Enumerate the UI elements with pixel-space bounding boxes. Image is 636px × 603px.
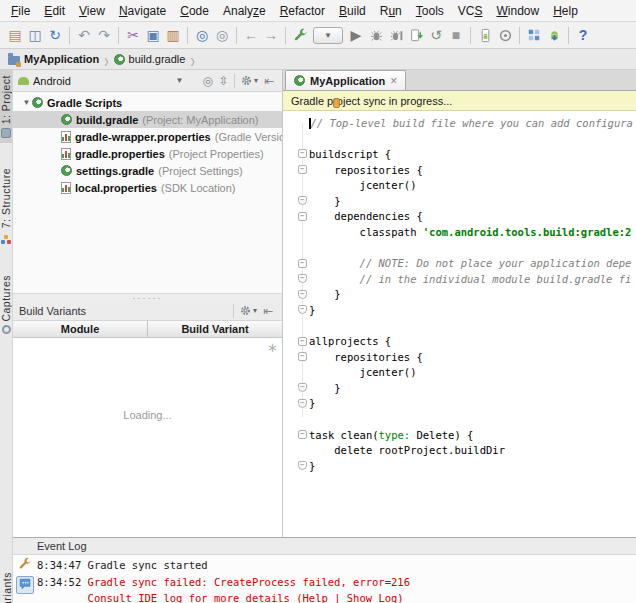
rerun-button[interactable]: ↺ <box>426 24 446 46</box>
fold-marker-icon[interactable]: − <box>298 352 307 361</box>
code-line-9[interactable] <box>283 240 636 256</box>
code-line-22[interactable]: delete rootProject.buildDir <box>283 442 636 458</box>
code-line-19[interactable]: −} <box>283 396 636 412</box>
forward-button[interactable]: → <box>261 24 281 46</box>
code-line-6[interactable]: − } <box>283 193 636 209</box>
expander-icon[interactable]: ▼ <box>21 98 32 107</box>
cut-button[interactable]: ✂ <box>123 24 143 46</box>
code-line-12[interactable]: − } <box>283 287 636 303</box>
back-button[interactable]: ← <box>241 24 261 46</box>
fold-marker-icon[interactable]: − <box>298 165 307 174</box>
event-log-toggle-button[interactable] <box>16 576 34 594</box>
code-line-2[interactable] <box>283 131 636 147</box>
code-editor[interactable]: // Top-level build file where you can ad… <box>283 111 636 537</box>
code-line-18[interactable]: − } <box>283 380 636 396</box>
code-line-13[interactable]: −} <box>283 302 636 318</box>
stop-button[interactable]: ■ <box>446 24 466 46</box>
code-line-20[interactable] <box>283 411 636 427</box>
menu-vcs[interactable]: VCS <box>451 1 490 21</box>
fold-marker-icon[interactable]: − <box>298 259 307 268</box>
tree-item-local-properties[interactable]: local.properties(SDK Location) <box>13 179 282 196</box>
fold-marker-icon[interactable]: − <box>298 337 307 346</box>
menu-navigate[interactable]: Navigate <box>112 1 173 21</box>
find-in-path-button[interactable]: ◎ <box>212 24 232 46</box>
tree-item-settings-gradle[interactable]: settings.gradle(Project Settings) <box>13 162 282 179</box>
tool-stripe-button-captures[interactable]: Captures <box>0 270 12 340</box>
menu-help[interactable]: Help <box>546 1 585 21</box>
code-line-16[interactable]: − repositories { <box>283 349 636 365</box>
breadcrumb-item-build.gradle[interactable]: build.gradle <box>114 53 186 65</box>
code-line-4[interactable]: − repositories { <box>283 162 636 178</box>
project-structure-button[interactable] <box>524 24 544 46</box>
code-line-21[interactable]: −task clean(type: Delete) { <box>283 427 636 443</box>
paste-button[interactable]: ▥ <box>163 24 183 46</box>
menu-view[interactable]: View <box>72 1 112 21</box>
help-button[interactable]: ? <box>573 24 593 46</box>
fold-marker-icon[interactable]: − <box>298 290 307 299</box>
menu-build[interactable]: Build <box>332 1 373 21</box>
project-view-selector[interactable]: Android <box>33 75 71 87</box>
column-header-module[interactable]: Module <box>13 321 148 337</box>
fold-marker-icon[interactable]: − <box>298 305 307 314</box>
link-help[interactable]: Help <box>303 592 328 603</box>
code-line-23[interactable]: −} <box>283 458 636 474</box>
tool-stripe-button-build-variants[interactable]: Build Variants <box>0 567 13 603</box>
fold-marker-icon[interactable]: − <box>298 461 307 470</box>
fold-marker-icon[interactable]: − <box>298 149 307 158</box>
menu-run[interactable]: Run <box>373 1 409 21</box>
sync-project-button[interactable] <box>495 24 515 46</box>
menu-refactor[interactable]: Refactor <box>273 1 332 21</box>
settings-wrench-icon[interactable] <box>18 557 32 573</box>
undo-button[interactable]: ↶ <box>74 24 94 46</box>
open-button[interactable]: ▤ <box>5 24 25 46</box>
panel-splitter[interactable]: ······ <box>13 293 282 301</box>
run-button[interactable]: ▶ <box>346 24 366 46</box>
run-with-coverage-button[interactable] <box>386 24 406 46</box>
code-line-3[interactable]: −buildscript { <box>283 146 636 162</box>
fold-marker-icon[interactable]: − <box>298 212 307 221</box>
locate-icon[interactable]: ◎ <box>199 74 215 88</box>
synchronize-button[interactable]: ↻ <box>45 24 65 46</box>
code-line-7[interactable]: − dependencies { <box>283 209 636 225</box>
code-line-17[interactable]: jcenter() <box>283 365 636 381</box>
editor-tab-myapplication[interactable]: MyApplication × <box>285 70 406 90</box>
column-header-build-variant[interactable]: Build Variant <box>148 321 282 337</box>
attach-debugger-button[interactable] <box>406 24 426 46</box>
close-icon[interactable]: × <box>390 75 397 87</box>
fold-marker-icon[interactable]: − <box>298 274 307 283</box>
code-line-11[interactable]: − // in the individual module build.grad… <box>283 271 636 287</box>
link-show-log[interactable]: Show Log <box>347 592 398 603</box>
tool-stripe-button-7-structure[interactable]: 7: Structure <box>0 163 12 249</box>
redo-button[interactable]: ↷ <box>94 24 114 46</box>
tree-item-gradle-properties[interactable]: gradle.properties(Project Properties) <box>13 145 282 162</box>
collapse-all-icon[interactable]: ⇳ <box>216 74 232 88</box>
settings-gear-icon[interactable]: ▾ <box>237 74 261 87</box>
code-line-8[interactable]: classpath 'com.android.tools.build:gradl… <box>283 224 636 240</box>
tree-item-gradle-scripts[interactable]: ▼Gradle Scripts <box>13 94 282 111</box>
breadcrumb-item-myapplication[interactable]: MyApplication <box>8 53 99 65</box>
code-line-15[interactable]: −allprojects { <box>283 333 636 349</box>
tree-item-gradle-wrapper-properties[interactable]: gradle-wrapper.properties(Gradle Version… <box>13 128 282 145</box>
tool-stripe-button-1-project[interactable]: 1: Project <box>0 70 12 143</box>
menu-analyze[interactable]: Analyze <box>216 1 273 21</box>
debug-button[interactable] <box>366 24 386 46</box>
run-configurations-selector[interactable]: ▼ <box>313 27 343 44</box>
make-project-button[interactable] <box>290 24 310 46</box>
code-line-10[interactable]: − // NOTE: Do not place your application… <box>283 255 636 271</box>
fold-marker-icon[interactable]: − <box>298 399 307 408</box>
settings-gear-icon[interactable]: ▾ <box>236 304 260 317</box>
menu-code[interactable]: Code <box>173 1 216 21</box>
avd-manager-button[interactable] <box>475 24 495 46</box>
tree-item-build-gradle[interactable]: build.gradle(Project: MyApplication) <box>13 111 282 128</box>
find-button[interactable]: ◎ <box>192 24 212 46</box>
fold-marker-icon[interactable]: − <box>298 430 307 439</box>
fold-marker-icon[interactable]: − <box>298 196 307 205</box>
sdk-manager-button[interactable] <box>544 24 564 46</box>
save-all-button[interactable]: ◫ <box>25 24 45 46</box>
code-line-5[interactable]: jcenter() <box>283 177 636 193</box>
hide-panel-icon[interactable]: ⇤ <box>261 74 277 88</box>
menu-file[interactable]: File <box>4 1 37 21</box>
chevron-down-icon[interactable]: ▼ <box>175 76 183 85</box>
code-line-14[interactable] <box>283 318 636 334</box>
fold-marker-icon[interactable]: − <box>298 383 307 392</box>
